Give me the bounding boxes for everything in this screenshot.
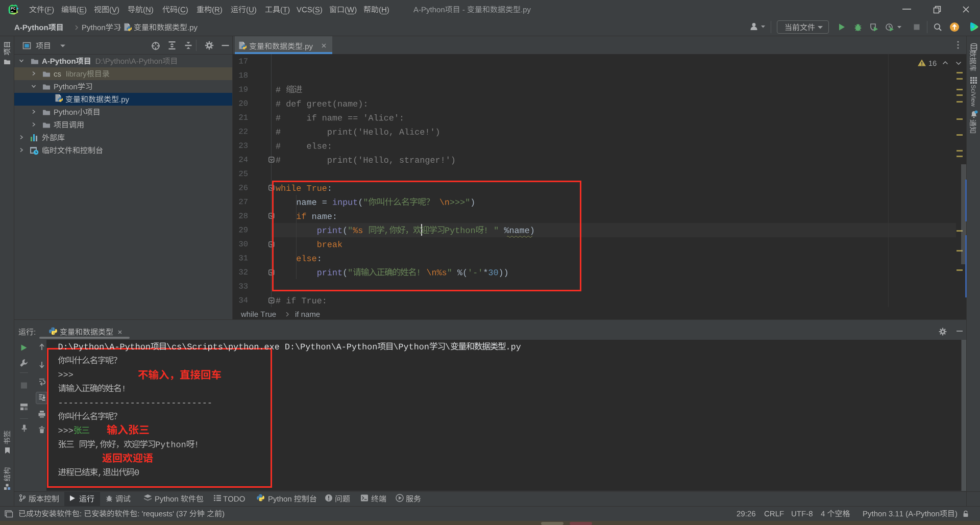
svg-text:PC: PC [11, 7, 15, 10]
